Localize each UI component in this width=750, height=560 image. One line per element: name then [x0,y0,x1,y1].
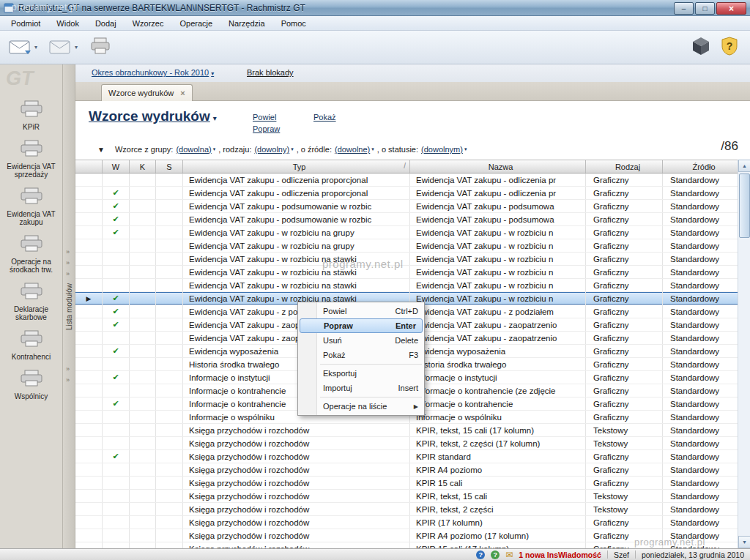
sidebar-item[interactable]: Operacje na środkach trw. [0,234,62,274]
cell-k [130,371,156,384]
header-rodzaj[interactable]: Rodzaj [586,160,663,173]
menubar-item[interactable]: Widok [48,17,87,30]
filter-row: ▼ Wzorce z grupy: (dowolna) ▾ , rodzaju:… [97,145,469,154]
menubar-item[interactable]: Podmiot [3,17,48,30]
table-row[interactable]: Księga przychodów i rozchodów KPIR A4 po… [75,529,738,542]
context-menu-item[interactable]: Operacje na liście ▶ [298,399,424,414]
table-row[interactable]: Ewidencja VAT zakupu - w rozbiciu na sta… [75,266,738,279]
sidebar-item[interactable]: Wspólnicy [0,369,62,400]
header-k[interactable]: K [130,160,156,173]
cell-k [130,503,156,515]
table-row[interactable]: Księga przychodów i rozchodów KPIR, teks… [75,490,738,503]
header-w[interactable]: W [103,160,130,173]
assistant-question-icon[interactable]: ? [491,550,500,559]
powiel-link[interactable]: Powiel [253,113,276,122]
cell-k [130,213,156,225]
scroll-down-button[interactable]: ▼ [738,536,750,548]
print-button[interactable] [89,37,111,58]
context-menu-item[interactable]: Eksportuj [298,366,424,381]
tab-close-icon[interactable]: × [180,89,185,97]
accounting-period-link[interactable]: Okres obrachunkowy - Rok 2010▾ [92,68,214,77]
receive-message-button[interactable]: ▾ [49,37,78,58]
table-row[interactable]: Księga przychodów i rozchodów KPIR, teks… [75,424,738,437]
table-row[interactable]: Ewidencja VAT zakupu - w rozbiciu na gru… [75,239,738,253]
table-row[interactable]: Księga przychodów i rozchodów KPIR 15 ca… [75,477,738,490]
menubar-item[interactable]: Narzędzia [220,17,273,30]
close-button[interactable]: × [716,2,746,15]
cell-s [156,463,183,476]
menu-item-label: Eksportuj [323,369,357,378]
cell-zrodlo: Standardowy [663,424,738,436]
sidebar-item[interactable]: KPiR [0,100,62,131]
cell-rodzaj: Graficzny [586,358,663,370]
menubar-item[interactable]: Wzorzec [125,17,172,30]
menubar-item[interactable]: Dodaj [87,17,125,30]
cell-nazwa: Ewidencja VAT zakupu - w rozbiciu n [410,239,586,252]
table-row[interactable]: ✔ Ewidencja VAT zakupu - w rozbiciu na g… [75,226,738,239]
row-pointer-icon [75,239,103,252]
table-row[interactable]: ✔ Ewidencja VAT zakupu - odliczenia prop… [75,187,738,200]
table-row[interactable]: Ewidencja VAT zakupu - w rozbiciu na sta… [75,253,738,266]
help-question-icon[interactable]: ? [476,550,485,559]
filter-status-link[interactable]: (dowolnym) [421,145,463,154]
filter-source-link[interactable]: (dowolne) [335,145,370,154]
cell-typ: Księga przychodów i rozchodów [183,516,410,529]
scroll-up-button[interactable]: ▲ [738,160,750,172]
cell-k [130,279,156,291]
popraw-link[interactable]: Popraw [253,124,280,133]
minimize-button[interactable]: – [674,2,694,15]
table-row[interactable]: ✔ Ewidencja VAT zakupu - podsumowanie w … [75,213,738,226]
filter-icon[interactable]: ▼ [97,146,105,154]
scrollbar-thumb[interactable] [739,173,750,238]
check-icon: ✔ [103,450,130,463]
module-list-strip[interactable]: » » » Lista modułów » » [63,64,75,548]
cell-rodzaj: Graficzny [586,253,663,265]
cell-nazwa: KPIR, tekst, 2 części [410,503,586,515]
filter-group-link[interactable]: (dowolna) [176,145,211,154]
header-typ[interactable]: Typ/ [183,160,410,173]
send-message-button[interactable]: ▾ [9,37,37,58]
context-menu-item[interactable]: Usuń Delete [298,333,424,348]
table-row[interactable]: Ewidencja VAT zakupu - odliczenia propor… [75,173,738,187]
cell-zrodlo: Standardowy [663,226,738,239]
context-menu-item[interactable]: Pokaż F3 [298,348,424,362]
insert-cube-icon[interactable] [691,37,710,59]
cell-s [156,318,183,331]
table-row[interactable]: Księga przychodów i rozchodów KPIR (17 k… [75,516,738,529]
context-menu-item[interactable]: Popraw Enter [300,318,423,333]
cell-zrodlo: Standardowy [663,358,738,370]
vertical-scrollbar[interactable]: ▲ ▼ [738,160,750,548]
context-menu-item[interactable]: Powiel Ctrl+D [298,304,424,318]
table-row[interactable]: Księga przychodów i rozchodów KPIR, teks… [75,503,738,516]
page-title[interactable]: Wzorce wydruków [89,108,210,124]
pokaz-link[interactable]: Pokaż [313,113,336,122]
menu-item-label: Importuj [323,384,352,392]
message-envelope-icon[interactable]: ✉ [505,550,513,559]
row-pointer-icon [75,226,103,239]
new-message-notice[interactable]: 1 nowa InsWiadomość [519,550,601,559]
table-row[interactable]: Księga przychodów i rozchodów KPIR, teks… [75,437,738,450]
header-s[interactable]: S [156,160,183,173]
sidebar-item[interactable]: Deklaracje skarbowe [0,282,62,321]
table-row[interactable]: ✔ Księga przychodów i rozchodów KPIR sta… [75,450,738,463]
help-shield-icon[interactable]: ? [721,37,738,59]
lock-status-link[interactable]: Brak blokady [247,68,294,77]
menubar-item[interactable]: Operacje [171,17,220,30]
maximize-button[interactable]: □ [695,2,715,15]
tab-wzorce-wydrukow[interactable]: Wzorce wydruków × [101,84,193,101]
sidebar-item[interactable]: Ewidencja VAT sprzedaży [0,139,62,179]
context-menu-item[interactable]: Importuj Insert [298,381,424,395]
table-row[interactable]: Ewidencja VAT zakupu - w rozbiciu na sta… [75,279,738,292]
header-nazwa[interactable]: Nazwa [410,160,586,173]
sidebar-item[interactable]: Kontrahenci [0,329,62,361]
table-row[interactable]: Księga przychodów i rozchodów KPIR A4 po… [75,463,738,477]
header-zrodlo[interactable]: Źródło [663,160,738,173]
cell-zrodlo: Standardowy [663,503,738,515]
check-icon [103,477,130,489]
table-row[interactable]: ✔ Ewidencja VAT zakupu - podsumowanie w … [75,200,738,213]
menubar-item[interactable]: Pomoc [273,17,314,30]
filter-kind-link[interactable]: (dowolny) [254,145,289,154]
window-title: Rachmistrz_GT na serwerze BARTEKWLAN\INS… [18,3,305,13]
sidebar-item[interactable]: Ewidencja VAT zakupu [0,187,62,226]
chevron-down-icon[interactable]: ▾ [213,114,217,122]
